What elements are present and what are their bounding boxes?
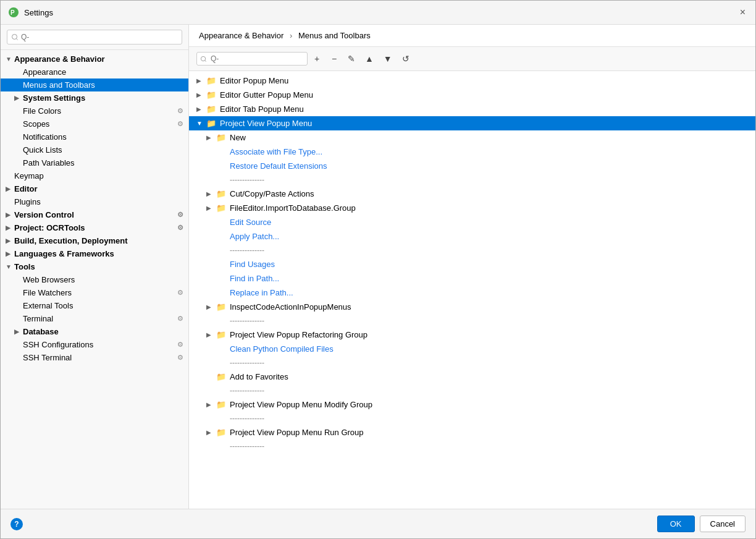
- sidebar-item-quick-lists[interactable]: Quick Lists: [1, 143, 188, 156]
- list-item-editor-popup[interactable]: ▶📁Editor Popup Menu: [189, 74, 755, 88]
- sidebar-item-path-variables[interactable]: Path Variables: [1, 156, 188, 169]
- sidebar-item-web-browsers[interactable]: Web Browsers: [1, 273, 188, 286]
- list-item-cut-copy-paste[interactable]: ▶📁Cut/Copy/Paste Actions: [189, 187, 755, 201]
- list-item-label: Project View Popup Menu: [220, 119, 748, 128]
- list-item-label: Clean Python Compiled Files: [230, 344, 748, 354]
- tree-arrow: ▶: [14, 95, 23, 101]
- sidebar-item-label: Web Browsers: [23, 275, 183, 284]
- reset-button[interactable]: ↺: [398, 51, 414, 67]
- list-item-label: Project View Popup Menu Modify Group: [230, 400, 748, 409]
- list-item-replace-in-path[interactable]: Replace in Path...: [189, 286, 755, 300]
- sidebar-item-notifications[interactable]: Notifications: [1, 130, 188, 143]
- sidebar-item-terminal[interactable]: Terminal⚙: [1, 312, 188, 325]
- help-button[interactable]: ?: [10, 518, 23, 530]
- sidebar-item-editor[interactable]: ▶Editor: [1, 182, 188, 195]
- sidebar-item-keymap[interactable]: Keymap: [1, 169, 188, 182]
- cancel-button[interactable]: Cancel: [700, 516, 746, 532]
- list-item-sep2[interactable]: --------------: [189, 244, 755, 257]
- sidebar-item-database[interactable]: ▶Database: [1, 325, 188, 338]
- list-item-sep6[interactable]: --------------: [189, 412, 755, 425]
- list-item-sep4[interactable]: --------------: [189, 356, 755, 370]
- tree-arrow: ▼: [6, 263, 14, 270]
- breadcrumb-current: Menus and Toolbars: [298, 31, 371, 40]
- list-item-new[interactable]: ▶📁New: [189, 130, 755, 145]
- folder-icon: 📁: [206, 104, 217, 114]
- tree-arrow: ▶: [14, 328, 23, 335]
- list-item-sep3[interactable]: --------------: [189, 314, 755, 328]
- remove-button[interactable]: −: [326, 51, 342, 67]
- title-bar-left: P Settings: [8, 7, 53, 18]
- sidebar-item-appearance-behavior[interactable]: ▼Appearance & Behavior: [1, 53, 188, 66]
- sidebar-search-input[interactable]: [7, 30, 182, 45]
- list-arrow-icon: ▶: [196, 77, 206, 84]
- sidebar-item-label: Tools: [14, 262, 183, 271]
- tree-arrow: ▶: [6, 250, 14, 257]
- list-arrow-icon: ▶: [196, 91, 206, 98]
- sidebar-item-ssh-terminal[interactable]: SSH Terminal⚙: [1, 351, 188, 364]
- sidebar-item-menus-toolbars[interactable]: Menus and Toolbars: [1, 79, 188, 91]
- tree-arrow: ▼: [6, 56, 14, 62]
- list-item-file-editor-import[interactable]: ▶📁FileEditor.ImportToDatabase.Group: [189, 201, 755, 215]
- sidebar-item-ssh-configurations[interactable]: SSH Configurations⚙: [1, 338, 188, 351]
- list-item-inspect-code[interactable]: ▶📁InspectCodeActionInPopupMenus: [189, 300, 755, 314]
- sidebar-item-version-control[interactable]: ▶Version Control⚙: [1, 208, 188, 221]
- folder-icon: 📁: [216, 203, 227, 213]
- sidebar-item-appearance[interactable]: Appearance: [1, 66, 188, 79]
- sidebar-item-system-settings[interactable]: ▶System Settings: [1, 91, 188, 104]
- list-item-project-view-modify[interactable]: ▶📁Project View Popup Menu Modify Group: [189, 397, 755, 412]
- edit-button[interactable]: ✎: [343, 51, 359, 67]
- list-item-find-in-path[interactable]: Find in Path...: [189, 271, 755, 286]
- sidebar-item-label: Terminal: [23, 314, 175, 323]
- sidebar-item-external-tools[interactable]: External Tools: [1, 299, 188, 312]
- close-button[interactable]: ×: [737, 6, 748, 19]
- sidebar-item-languages-frameworks[interactable]: ▶Languages & Frameworks: [1, 247, 188, 260]
- breadcrumb: Appearance & Behavior › Menus and Toolba…: [189, 25, 755, 47]
- list-item-label: Editor Popup Menu: [220, 76, 748, 85]
- sidebar-item-label: SSH Terminal: [23, 353, 175, 362]
- list-item-edit-source[interactable]: Edit Source: [189, 215, 755, 229]
- settings-badge-icon: ⚙: [177, 211, 183, 219]
- list-item-project-view-popup[interactable]: ▼📁Project View Popup Menu: [189, 116, 755, 130]
- list-item-label: FileEditor.ImportToDatabase.Group: [230, 203, 748, 213]
- list-arrow-icon: ▶: [206, 190, 216, 197]
- sidebar-item-scopes[interactable]: Scopes⚙: [1, 117, 188, 130]
- sidebar-item-build-execution[interactable]: ▶Build, Execution, Deployment: [1, 234, 188, 247]
- sidebar-item-tools[interactable]: ▼Tools: [1, 260, 188, 273]
- sidebar-item-label: SSH Configurations: [23, 340, 175, 349]
- sidebar-item-plugins[interactable]: Plugins: [1, 195, 188, 208]
- list-item-editor-gutter-popup[interactable]: ▶📁Editor Gutter Popup Menu: [189, 88, 755, 102]
- add-button[interactable]: +: [309, 51, 325, 67]
- list-item-apply-patch[interactable]: Apply Patch...: [189, 229, 755, 244]
- list-item-associate-file-type[interactable]: Associate with File Type...: [189, 145, 755, 159]
- list-item-sep5[interactable]: --------------: [189, 384, 755, 397]
- list-item-project-view-run[interactable]: ▶📁Project View Popup Menu Run Group: [189, 425, 755, 439]
- sidebar-search-area: [1, 25, 188, 50]
- list-item-project-view-refactoring[interactable]: ▶📁Project View Popup Refactoring Group: [189, 328, 755, 342]
- settings-badge-icon: ⚙: [177, 341, 183, 349]
- folder-icon: 📁: [206, 90, 217, 100]
- list-item-editor-tab-popup[interactable]: ▶📁Editor Tab Popup Menu: [189, 102, 755, 116]
- list-item-sep7[interactable]: --------------: [189, 439, 755, 453]
- sidebar-tree: ▼Appearance & BehaviorAppearanceMenus an…: [1, 50, 188, 509]
- sidebar-item-project-ocrtools[interactable]: ▶Project: OCRTools⚙: [1, 221, 188, 234]
- list-item-sep1[interactable]: --------------: [189, 173, 755, 187]
- content-search-input[interactable]: [196, 52, 308, 66]
- folder-icon: 📁: [216, 400, 227, 409]
- list-item-label: Find Usages: [230, 260, 748, 269]
- move-up-button[interactable]: ▲: [361, 51, 378, 67]
- breadcrumb-parent: Appearance & Behavior: [199, 31, 284, 40]
- right-panel: Appearance & Behavior › Menus and Toolba…: [189, 25, 755, 509]
- list-item-label: --------------: [230, 176, 748, 184]
- bottom-bar-right: OK Cancel: [657, 516, 746, 532]
- list-item-label: Editor Tab Popup Menu: [220, 104, 748, 114]
- sidebar-item-label: Keymap: [14, 171, 183, 180]
- list-item-find-usages[interactable]: Find Usages: [189, 257, 755, 271]
- list-item-restore-default[interactable]: Restore Default Extensions: [189, 159, 755, 173]
- move-down-button[interactable]: ▼: [379, 51, 397, 67]
- list-item-clean-python[interactable]: Clean Python Compiled Files: [189, 342, 755, 356]
- sidebar-item-file-colors[interactable]: File Colors⚙: [1, 104, 188, 117]
- sidebar-item-label: File Watchers: [23, 288, 175, 297]
- ok-button[interactable]: OK: [657, 516, 695, 532]
- list-item-add-to-favorites[interactable]: 📁Add to Favorites: [189, 370, 755, 384]
- sidebar-item-file-watchers[interactable]: File Watchers⚙: [1, 286, 188, 299]
